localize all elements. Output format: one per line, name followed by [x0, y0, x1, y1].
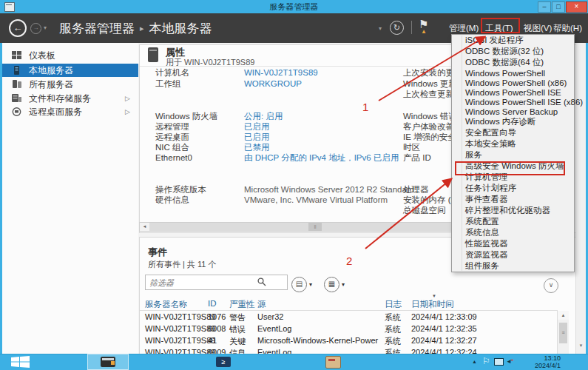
- sidebar-item-all-servers[interactable]: 所有服务器: [2, 78, 138, 91]
- sidebar-item-dashboard[interactable]: 仪表板: [2, 49, 138, 62]
- property-label: 产品 ID: [403, 152, 431, 164]
- filter-input[interactable]: [145, 275, 288, 290]
- server-manager-icon: [101, 357, 115, 367]
- column-header-log[interactable]: 日志: [385, 299, 402, 310]
- tools-menu-item-memory-diagnostic[interactable]: Windows 内存诊断: [452, 116, 574, 127]
- scroll-left-icon[interactable]: ◄: [140, 223, 149, 231]
- menu-manage[interactable]: 管理(M): [449, 23, 479, 34]
- tools-menu-item-powershell-ise[interactable]: Windows PowerShell ISE: [452, 87, 574, 97]
- tray-clock[interactable]: 13:10 2024/4/1: [513, 354, 561, 369]
- tools-menu-item-performance-monitor[interactable]: 性能监视器: [452, 238, 574, 249]
- property-value-link[interactable]: WORKGROUP: [244, 79, 302, 88]
- property-value-link[interactable]: 已禁用: [244, 143, 270, 152]
- property-value-link[interactable]: 由 DHCP 分配的 IPv4 地址，IPv6 已启用: [244, 153, 399, 162]
- page-scrollbar[interactable]: [575, 43, 586, 354]
- forward-button[interactable]: →: [30, 23, 41, 34]
- tools-menu-item-services[interactable]: 服务: [452, 149, 574, 161]
- tools-menu-item-powershell-x86[interactable]: Windows PowerShell (x86): [452, 78, 574, 87]
- sidebar-item-local-server[interactable]: 本地服务器: [2, 64, 138, 77]
- scroll-down-icon[interactable]: ▼: [577, 341, 585, 351]
- cell-log: 系统: [385, 312, 401, 323]
- table-header-divider: [140, 310, 558, 311]
- refresh-button[interactable]: ↻: [390, 21, 404, 35]
- file-storage-icon: [12, 94, 21, 103]
- property-value-link[interactable]: WIN-V0J2T1T9S89: [244, 68, 318, 77]
- vertical-scroll-thumb[interactable]: ≡: [559, 323, 567, 343]
- tools-menu-item-event-viewer[interactable]: 事件查看器: [452, 194, 574, 205]
- scroll-up-icon[interactable]: ▲: [558, 311, 569, 320]
- tools-menu-item-task-scheduler[interactable]: 任务计划程序: [452, 183, 574, 194]
- expand-arrow-icon[interactable]: ▷: [125, 92, 130, 105]
- tools-menu-item-server-backup[interactable]: Windows Server Backup: [452, 107, 574, 116]
- save-query-button[interactable]: ▦: [324, 277, 339, 292]
- breadcrumb-caret-icon[interactable]: ▾: [379, 25, 382, 32]
- tools-menu-item-system-configuration[interactable]: 系统配置: [452, 216, 574, 227]
- taskbar-toolbox[interactable]: [314, 354, 352, 370]
- tools-menu-item-powershell-ise-x86[interactable]: Windows PowerShell ISE (x86): [452, 97, 574, 107]
- cell-severity: 警告: [229, 312, 246, 323]
- tools-menu-item-system-information[interactable]: 系统信息: [452, 227, 574, 238]
- tray-date: 2024/4/1: [513, 362, 561, 369]
- property-label: Windows 防火墙: [155, 111, 244, 122]
- notification-warning-badge-icon: ▲: [421, 28, 427, 35]
- property-label: 硬件信息: [155, 195, 244, 206]
- cell-id: 41: [208, 336, 217, 345]
- breadcrumb: 服务器管理器▸本地服务器: [59, 20, 212, 37]
- menu-view[interactable]: 视图(V): [524, 23, 552, 34]
- property-label: 计算机名: [155, 67, 244, 78]
- nav-dropdown-caret-icon[interactable]: ▾: [44, 24, 47, 31]
- back-button[interactable]: ←: [9, 19, 27, 37]
- maximize-button[interactable]: □: [552, 1, 565, 13]
- horizontal-scroll-thumb[interactable]: ||: [308, 223, 322, 231]
- sidebar-item-file-storage-services[interactable]: 文件和存储服务 ▷: [2, 92, 138, 105]
- taskbar-server-manager[interactable]: [87, 354, 129, 370]
- property-label: 操作系统版本: [155, 184, 244, 195]
- save-query-caret-icon[interactable]: ▾: [342, 281, 345, 288]
- search-icon[interactable]: [257, 278, 266, 286]
- menu-gutter-line: [462, 36, 462, 271]
- table-vertical-scrollbar[interactable]: ▲ ≡: [557, 311, 569, 354]
- collapse-events-button[interactable]: ∨: [544, 278, 558, 293]
- property-value-link[interactable]: 公用: 启用: [244, 112, 283, 121]
- nav-divider: [411, 21, 412, 34]
- tray-network-icon[interactable]: [494, 358, 504, 366]
- tools-menu-item-odbc64[interactable]: ODBC 数据源(64 位): [452, 57, 574, 68]
- menu-tools[interactable]: 工具(T): [485, 23, 513, 34]
- filter-list-button[interactable]: ▤: [291, 277, 307, 292]
- menu-help[interactable]: 帮助(H): [553, 23, 582, 34]
- breadcrumb-root[interactable]: 服务器管理器: [59, 21, 135, 36]
- property-label: 总磁盘空间: [403, 205, 446, 216]
- tools-menu-item-odbc32[interactable]: ODBC 数据源(32 位): [452, 46, 574, 57]
- property-value-link[interactable]: 已启用: [244, 122, 270, 131]
- tools-menu-item-computer-management[interactable]: 计算机管理: [452, 172, 574, 183]
- taskbar-powershell[interactable]: ≥: [206, 354, 241, 370]
- tools-menu-item-powershell[interactable]: Windows PowerShell: [452, 68, 574, 78]
- column-header-id[interactable]: ID: [208, 299, 217, 308]
- filter-list-caret-icon[interactable]: ▾: [309, 281, 312, 288]
- column-header-datetime[interactable]: 日期和时间: [411, 299, 454, 310]
- cell-severity: 关键: [229, 336, 246, 347]
- window-title: 服务器管理器: [0, 1, 588, 13]
- column-header-severity[interactable]: 严重性: [229, 299, 255, 310]
- tools-menu-item-security-config-wizard[interactable]: 安全配置向导: [452, 127, 574, 138]
- cell-id: 1076: [208, 312, 226, 321]
- expand-arrow-icon[interactable]: ▷: [125, 105, 130, 118]
- column-header-server-name[interactable]: 服务器名称: [145, 299, 188, 310]
- tools-menu-item-advanced-firewall[interactable]: 高级安全 Windows 防火墙: [452, 161, 574, 172]
- minimize-button[interactable]: –: [538, 1, 551, 13]
- tray-hidden-icons-button[interactable]: ▲: [472, 359, 477, 364]
- tools-menu-item-resource-monitor[interactable]: 资源监视器: [452, 249, 574, 260]
- breadcrumb-separator-icon: ▸: [135, 24, 149, 33]
- tools-menu-item-component-services[interactable]: 组件服务: [452, 260, 574, 272]
- tools-menu-item-iscsi[interactable]: iSCSI 发起程序: [452, 35, 574, 46]
- column-header-source[interactable]: 源: [257, 299, 266, 310]
- tools-menu-item-local-security-policy[interactable]: 本地安全策略: [452, 138, 574, 149]
- sidebar-item-remote-desktop-services[interactable]: 远程桌面服务 ▷: [2, 105, 138, 118]
- tools-menu-item-defragment[interactable]: 碎片整理和优化驱动器: [452, 205, 574, 216]
- property-value-link[interactable]: 已启用: [244, 132, 270, 141]
- tray-flag-icon[interactable]: ⚐: [482, 356, 490, 366]
- dashboard-icon: [12, 51, 21, 60]
- start-button[interactable]: [6, 354, 36, 370]
- cell-log: 系统: [385, 324, 401, 335]
- close-button[interactable]: ×: [566, 1, 587, 13]
